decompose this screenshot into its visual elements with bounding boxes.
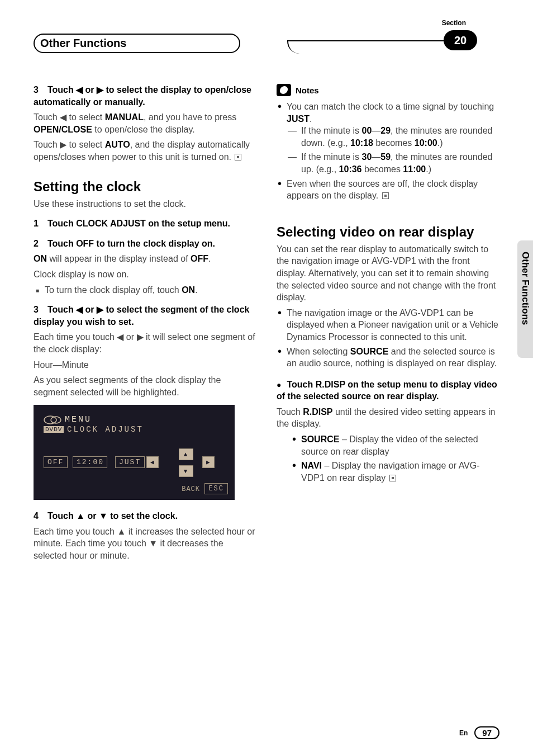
section-label-text: Section	[442, 19, 466, 27]
setting-clock-heading: Setting the clock	[34, 179, 256, 195]
notes-list: You can match the clock to a time signal…	[277, 101, 499, 202]
t: Touch	[277, 407, 303, 417]
n00: 00	[362, 126, 372, 135]
t: If the minute is	[301, 126, 362, 135]
lcd-submenu-label: CLOCK ADJUST	[67, 425, 144, 434]
t: .	[195, 285, 197, 295]
header-bar: Other Functions Section 20	[34, 22, 499, 50]
n59: 59	[380, 152, 391, 162]
clock-step3-l1: Each time you touch ◀ or ▶ it will selec…	[34, 331, 256, 355]
clock-step2-head: 2 Touch OFF to turn the clock display on…	[34, 238, 256, 250]
t: .)	[437, 138, 443, 148]
n29: 29	[380, 126, 391, 135]
note-item-2: Even when the sources are off, the clock…	[287, 178, 499, 202]
step3-line2: Touch ▶ to select AUTO, and the display …	[34, 139, 256, 163]
openclose-word: OPEN/CLOSE	[34, 125, 92, 134]
t: Touch ▶ to select	[34, 140, 105, 149]
section-number-pill: 20	[444, 30, 477, 50]
clock-step4-head: 4 Touch ▲ or ▼ to set the clock.	[34, 510, 256, 522]
rear-bullet-2: When selecting SOURCE and the selected s…	[287, 346, 499, 370]
t: 4 Touch ▲ or ▼ to set the clock.	[34, 511, 178, 521]
t: —	[372, 126, 380, 135]
down-triangle-icon: ▼	[184, 468, 189, 475]
header-curve	[287, 40, 466, 54]
rear-option-navi: NAVI – Display the navigation image or A…	[301, 460, 499, 484]
lcd-just-button[interactable]: JUST	[115, 456, 145, 468]
t1100: 11:00	[403, 164, 426, 174]
t: .	[310, 114, 312, 124]
t: —	[372, 152, 380, 162]
section-end-icon	[389, 475, 396, 481]
rear-step-l1: Touch R.DISP until the desired video set…	[277, 406, 499, 430]
content-columns: 3 Touch ◀ or ▶ to select the display to …	[34, 84, 499, 565]
t: Touch ◀ to select	[34, 112, 105, 122]
rear-intro: You can set the rear display to automati…	[277, 243, 499, 304]
rear-bullets: The navigation image or the AVG-VDP1 can…	[277, 307, 499, 370]
manual-word: MANUAL	[105, 112, 144, 122]
clock-step3-l3: As you select segments of the clock disp…	[34, 374, 256, 398]
auto-word: AUTO	[105, 140, 130, 149]
clock-step1: 1 Touch CLOCK ADJUST on the setup menu.	[34, 218, 256, 230]
up-triangle-icon: ▲	[184, 451, 189, 458]
source-word: SOURCE	[350, 347, 388, 356]
note-item-1: You can match the clock to a time signal…	[287, 101, 499, 176]
page-footer: En 97	[459, 726, 499, 739]
clock-step1-head: 1 Touch CLOCK ADJUST on the setup menu.	[34, 219, 230, 228]
clock-adjust-screenshot: MENU DVDV CLOCK ADJUST OFF 12:00 JUST ◀ …	[34, 405, 235, 500]
just-word: JUST	[287, 114, 310, 124]
off-word: OFF	[191, 254, 208, 263]
rear-options: SOURCE – Display the video of the select…	[277, 433, 499, 484]
lcd-right-button[interactable]: ▶	[202, 456, 215, 468]
t: .	[208, 254, 211, 263]
t: 3 Touch ◀ or ▶ to select the segment of …	[34, 305, 249, 327]
lcd-esc-button[interactable]: ESC	[204, 483, 228, 494]
rear-display-heading: Selecting video on rear display	[277, 224, 499, 240]
note1-sub2: If the minute is 30—59, the minutes are …	[287, 151, 499, 175]
t: will appear in the display instead of	[47, 254, 191, 263]
lcd-menu-label: MENU	[65, 415, 92, 424]
footer-language: En	[459, 729, 468, 737]
clock-step2-l2: Clock display is now on.	[34, 268, 256, 281]
t: 2 Touch OFF to turn the clock display on…	[34, 239, 215, 248]
t: To turn the clock display off, touch	[45, 285, 182, 295]
t: becomes	[373, 138, 415, 148]
clock-step2-l1: ON will appear in the display instead of…	[34, 253, 256, 265]
lcd-dvdv-badge: DVDV	[44, 426, 64, 433]
t: If the minute is	[301, 152, 362, 162]
step3-head: 3 Touch ◀ or ▶ to select the display to …	[34, 84, 256, 108]
t1036: 10:36	[339, 164, 362, 174]
rdisp-word: R.DISP	[303, 407, 332, 417]
rear-step-head: Touch R.DISP on the setup menu to displa…	[277, 379, 499, 403]
page-root: Other Functions Section 20 Other Functio…	[0, 0, 533, 756]
lcd-left-button[interactable]: ◀	[146, 456, 159, 468]
rear-option-source: SOURCE – Display the video of the select…	[301, 433, 499, 457]
step3-line1: Touch ◀ to select MANUAL, and you have t…	[34, 111, 256, 135]
lcd-back-button[interactable]: BACK	[178, 484, 203, 494]
clock-step3-l2: Hour—Minute	[34, 359, 256, 371]
lcd-down-button[interactable]: ▼	[179, 465, 193, 477]
lcd-up-button[interactable]: ▲	[179, 448, 193, 460]
note1-sub1: If the minute is 00—29, the minutes are …	[287, 125, 499, 149]
right-triangle-icon: ▶	[206, 459, 211, 466]
svg-point-0	[44, 416, 56, 424]
lcd-time-value[interactable]: 12:00	[73, 456, 107, 468]
page-number: 97	[474, 726, 499, 739]
on-word-2: ON	[182, 285, 195, 295]
t: , and you have to press	[144, 112, 236, 122]
t: Touch R.DISP on the setup menu to displa…	[277, 380, 497, 401]
lcd-off-button[interactable]: OFF	[44, 456, 68, 468]
source-opt: SOURCE	[301, 434, 339, 444]
clock-step2-bullet: To turn the clock display off, touch ON.	[34, 284, 256, 296]
sidebar-chapter-label: Other Functions	[520, 252, 531, 325]
rear-bullet-1: The navigation image or the AVG-VDP1 can…	[287, 307, 499, 343]
left-triangle-icon: ◀	[150, 459, 155, 466]
chapter-title: Other Functions	[34, 34, 240, 53]
right-column: Notes You can match the clock to a time …	[277, 84, 499, 565]
on-word: ON	[34, 254, 47, 263]
disc-icon	[44, 415, 61, 425]
pencil-note-icon	[277, 84, 291, 96]
navi-opt: NAVI	[301, 461, 322, 470]
svg-point-1	[51, 417, 61, 423]
clock-step3-head: 3 Touch ◀ or ▶ to select the segment of …	[34, 304, 256, 328]
t: When selecting	[287, 347, 350, 356]
